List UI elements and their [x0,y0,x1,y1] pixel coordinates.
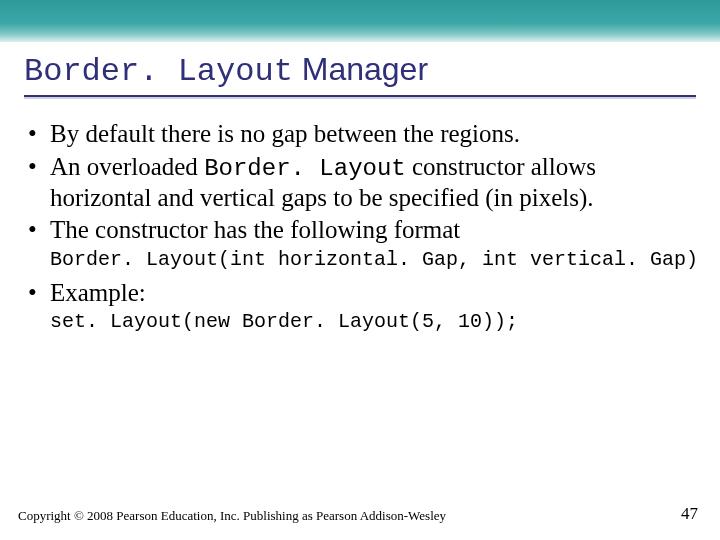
footer-page-number: 47 [681,504,698,524]
code-line-1: Border. Layout(int horizontal. Gap, int … [50,248,720,272]
bullet-2-pre: An overloaded [50,153,204,180]
header-bar [0,0,720,42]
slide-title: Border. Layout Manager [24,52,696,89]
bullet-2: An overloaded Border. Layout constructor… [28,152,692,214]
title-rest: Manager [293,51,428,87]
bullet-4-text: Example: [50,279,146,306]
bullet-3: The constructor has the following format [28,215,692,246]
bullet-1: By default there is no gap between the r… [28,119,692,150]
code-line-2: set. Layout(new Border. Layout(5, 10)); [50,310,720,334]
bullet-list-2: Example: [28,278,692,309]
title-mono: Border. Layout [24,53,293,90]
bullet-2-mono: Border. Layout [204,155,406,182]
footer-copyright: Copyright © 2008 Pearson Education, Inc.… [18,508,446,524]
bullet-list: By default there is no gap between the r… [28,119,692,246]
bullet-3-text: The constructor has the following format [50,216,460,243]
title-underline-shadow [24,97,696,99]
bullet-4: Example: [28,278,692,309]
bullet-1-text: By default there is no gap between the r… [50,120,520,147]
